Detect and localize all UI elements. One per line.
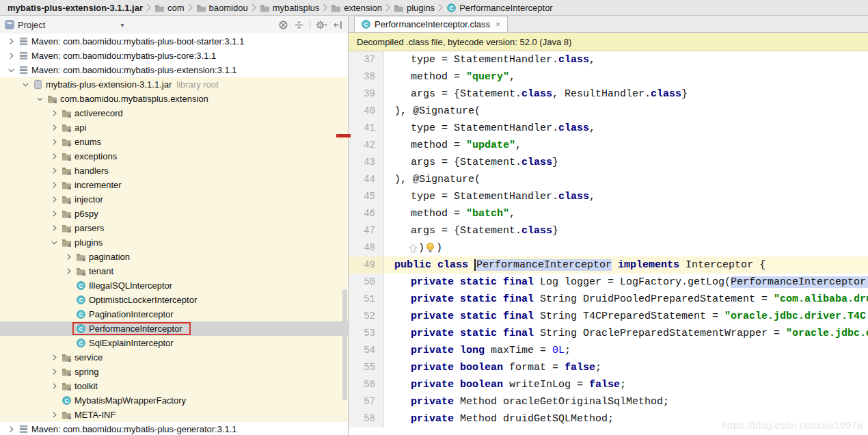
chevron-right-icon[interactable] bbox=[49, 209, 60, 218]
code-line[interactable]: 57private Method oracleGetOriginalSqlMet… bbox=[349, 393, 868, 410]
chevron-down-icon[interactable] bbox=[20, 80, 31, 89]
code-line[interactable]: 45type = StatementHandler.class, bbox=[349, 188, 868, 205]
tree-scrollbar[interactable] bbox=[342, 289, 347, 400]
library-icon bbox=[17, 65, 29, 75]
tree-row[interactable]: spring bbox=[0, 365, 348, 379]
tree-row[interactable]: CIllegalSQLInterceptor bbox=[0, 278, 348, 293]
tree-row[interactable]: exceptions bbox=[0, 149, 348, 163]
lightbulb-icon[interactable] bbox=[425, 242, 435, 254]
tree-row[interactable]: com.baomidou.mybatisplus.extension bbox=[0, 92, 348, 106]
code-line[interactable]: 54private long maxTime = 0L; bbox=[349, 342, 868, 359]
breadcrumb-item[interactable]: baomidou bbox=[193, 0, 252, 15]
tree-row[interactable]: injector bbox=[0, 192, 348, 207]
tree-row[interactable]: Maven: com.baomidou:mybatis-plus-extensi… bbox=[0, 63, 348, 77]
chevron-right-icon[interactable] bbox=[49, 181, 60, 189]
breadcrumb-item[interactable]: mybatis-plus-extension-3.1.1.jar bbox=[4, 0, 146, 15]
tree-row[interactable]: COptimisticLockerInterceptor bbox=[0, 293, 348, 307]
tree-row[interactable]: Maven: com.baomidou:mybatis-plus-boot-st… bbox=[0, 34, 348, 49]
code-line[interactable]: 50private static final Log logger = LogF… bbox=[349, 274, 868, 291]
chevron-down-icon[interactable] bbox=[49, 238, 60, 247]
chevron-right-icon[interactable] bbox=[49, 224, 60, 233]
locate-button[interactable] bbox=[278, 20, 288, 30]
code-line[interactable]: 47args = {Statement.class} bbox=[349, 222, 868, 239]
chevron-right-icon[interactable] bbox=[5, 425, 17, 434]
code-line[interactable]: 49public class PerformanceInterceptor im… bbox=[349, 256, 868, 274]
code-token: class bbox=[521, 157, 552, 168]
chevron-right-icon[interactable] bbox=[5, 51, 17, 60]
tree-row[interactable]: CMybatisMapWrapperFactory bbox=[0, 393, 348, 408]
chevron-right-icon[interactable] bbox=[49, 123, 60, 132]
tree-row[interactable]: parsers bbox=[0, 221, 348, 235]
code-line[interactable]: 48)) bbox=[349, 239, 868, 256]
code-line[interactable]: 46method = "batch", bbox=[349, 205, 868, 222]
chevron-right-icon[interactable] bbox=[49, 137, 60, 146]
collapse-all-button[interactable] bbox=[294, 20, 304, 30]
code-line[interactable]: 55private boolean format = false; bbox=[349, 359, 868, 376]
code-line[interactable]: 37type = StatementHandler.class, bbox=[349, 51, 868, 68]
tree-row[interactable]: Maven: com.baomidou:mybatis-plus-generat… bbox=[0, 422, 348, 435]
code-line[interactable]: 56private boolean writeInLog = false; bbox=[349, 376, 868, 393]
code-line[interactable]: 53private static final String OraclePrep… bbox=[349, 325, 868, 342]
tree-row[interactable]: mybatis-plus-extension-3.1.1.jarlibrary … bbox=[0, 77, 348, 92]
fold-arrow-icon[interactable] bbox=[409, 243, 418, 253]
close-icon[interactable]: × bbox=[496, 19, 501, 29]
tree-row[interactable]: api bbox=[0, 120, 348, 135]
tree-row[interactable]: tenant bbox=[0, 264, 348, 278]
code-area[interactable]: 37type = StatementHandler.class,38method… bbox=[349, 51, 868, 435]
editor-tab[interactable]: C PerformanceInterceptor.class × bbox=[354, 16, 508, 32]
code-line[interactable]: 51private static final String DruidPoole… bbox=[349, 291, 868, 308]
breadcrumb-item[interactable]: com bbox=[151, 0, 188, 15]
tree-row[interactable]: Maven: com.baomidou:mybatis-plus-core:3.… bbox=[0, 49, 348, 63]
tree-item-label: MybatisMapWrapperFactory bbox=[74, 395, 186, 406]
code-token: "oracle.jdbc.driver.T4C bbox=[724, 311, 866, 322]
chevron-down-icon[interactable] bbox=[34, 94, 46, 103]
tree-row[interactable]: activerecord bbox=[0, 106, 348, 120]
tree-row[interactable]: p6spy bbox=[0, 207, 348, 221]
line-number: 50 bbox=[349, 274, 384, 291]
tree-row[interactable]: CPaginationInterceptor bbox=[0, 307, 348, 321]
code-line[interactable]: 52private static final String T4CPrepare… bbox=[349, 308, 868, 325]
tree-item-label: activerecord bbox=[74, 108, 123, 118]
chevron-right-icon[interactable] bbox=[49, 410, 60, 419]
line-number: 47 bbox=[349, 222, 384, 239]
chevron-right-icon[interactable] bbox=[49, 166, 60, 175]
code-line[interactable]: 40), @Signature( bbox=[349, 103, 868, 120]
chevron-right-icon[interactable] bbox=[63, 267, 74, 276]
chevron-right-icon[interactable] bbox=[5, 37, 17, 46]
project-tool-window-selector[interactable]: Project bbox=[5, 20, 45, 30]
chevron-down-icon[interactable]: ▾ bbox=[120, 21, 124, 29]
chevron-right-icon[interactable] bbox=[49, 109, 60, 118]
hide-panel-button[interactable] bbox=[333, 20, 343, 30]
code-text: type = StatementHandler.class, bbox=[394, 122, 595, 134]
breadcrumb-item[interactable]: mybatisplus bbox=[256, 0, 323, 15]
code-line[interactable]: 41type = StatementHandler.class, bbox=[349, 120, 868, 137]
code-line[interactable]: 43args = {Statement.class} bbox=[349, 154, 868, 171]
chevron-right-icon[interactable] bbox=[49, 152, 60, 161]
chevron-right-icon[interactable] bbox=[49, 353, 60, 362]
tree-row[interactable]: toolkit bbox=[0, 379, 348, 393]
settings-button[interactable] bbox=[316, 20, 327, 30]
code-line[interactable]: 39args = {Statement.class, ResultHandler… bbox=[349, 85, 868, 103]
tree-row[interactable]: CPerformanceInterceptor bbox=[0, 321, 348, 336]
package-icon bbox=[60, 353, 72, 362]
chevron-down-icon[interactable] bbox=[5, 66, 17, 75]
chevron-right-icon[interactable] bbox=[49, 195, 60, 204]
chevron-right-icon[interactable] bbox=[49, 367, 60, 376]
chevron-right-icon[interactable] bbox=[49, 382, 60, 391]
tree-row[interactable]: META-INF bbox=[0, 408, 348, 422]
line-number: 41 bbox=[349, 120, 384, 137]
code-line[interactable]: 38method = "query", bbox=[349, 68, 868, 85]
tree-row[interactable]: incrementer bbox=[0, 178, 348, 192]
tree-row[interactable]: plugins bbox=[0, 235, 348, 250]
breadcrumb-item[interactable]: extension bbox=[327, 0, 385, 15]
code-line[interactable]: 42method = "update", bbox=[349, 137, 868, 154]
tree-row[interactable]: enums bbox=[0, 135, 348, 149]
chevron-right-icon[interactable] bbox=[63, 252, 74, 261]
code-line[interactable]: 44), @Signature( bbox=[349, 171, 868, 188]
tree-row[interactable]: pagination bbox=[0, 250, 348, 264]
breadcrumb-item[interactable]: CPerformanceInterceptor bbox=[443, 0, 556, 15]
tree-row[interactable]: handlers bbox=[0, 163, 348, 178]
breadcrumb-item[interactable]: plugins bbox=[390, 0, 438, 15]
tree-row[interactable]: service bbox=[0, 350, 348, 365]
tree-row[interactable]: CSqlExplainInterceptor bbox=[0, 336, 348, 350]
